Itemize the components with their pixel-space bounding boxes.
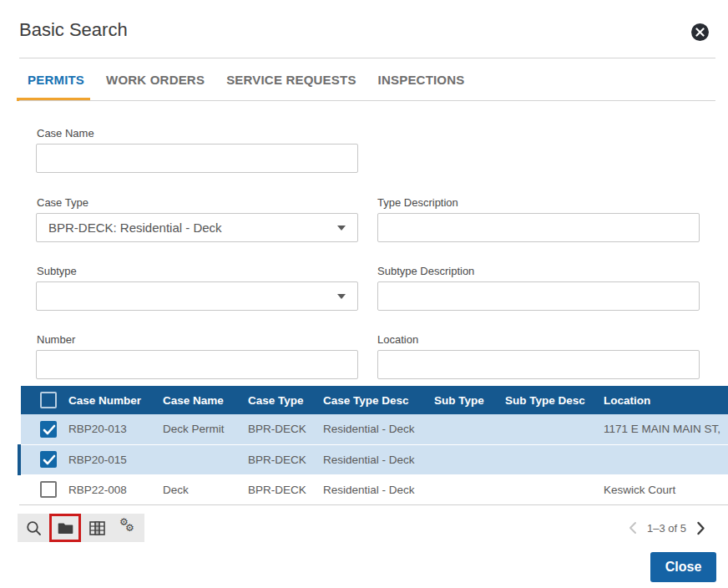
cell-case-name [157, 444, 242, 474]
cell-case-type-desc: Residential - Deck [317, 414, 428, 444]
cell-sub-type [428, 474, 499, 504]
cell-case-type-desc: Residential - Deck [317, 474, 428, 504]
grid-icon [89, 521, 105, 535]
x-glyph [695, 28, 705, 37]
case-type-value: BPR-DECK: Residential - Deck [48, 220, 222, 235]
chevron-left-icon [629, 521, 637, 535]
grid-view-button[interactable] [81, 514, 113, 542]
folder-icon [58, 521, 73, 535]
folder-button[interactable] [49, 514, 81, 542]
chevron-down-icon [337, 294, 346, 299]
row-checkbox[interactable] [40, 481, 57, 498]
column-header-case-type-desc: Case Type Desc [317, 386, 428, 414]
table-bottom-divider [19, 504, 728, 505]
cell-sub-type [428, 414, 499, 444]
subtype-description-label: Subtype Description [377, 265, 474, 277]
row-checkbox[interactable] [40, 451, 57, 468]
cell-case-name: Deck [157, 474, 242, 504]
tab-bar: PERMITS WORK ORDERS SERVICE REQUESTS INS… [28, 73, 464, 87]
number-input[interactable] [36, 350, 358, 379]
table-header-row: Case Number Case Name Case Type Case Typ… [21, 386, 728, 414]
case-type-select[interactable]: BPR-DECK: Residential - Deck [36, 213, 358, 242]
cell-case-type-desc: Residential - Deck [317, 444, 428, 474]
cell-sub-type-desc [499, 414, 598, 444]
column-header-case-name: Case Name [157, 386, 242, 414]
column-header-location: Location [598, 386, 728, 414]
search-button[interactable] [18, 514, 49, 542]
column-header-case-type: Case Type [242, 386, 317, 414]
tabs-divider [19, 100, 715, 101]
location-input[interactable] [377, 350, 700, 379]
focused-row-indicator [18, 444, 21, 475]
tab-work-orders[interactable]: WORK ORDERS [106, 73, 205, 87]
cell-case-type: BPR-DECK [242, 414, 317, 444]
type-description-input[interactable] [377, 213, 700, 242]
search-icon [26, 520, 42, 536]
case-type-label: Case Type [37, 196, 88, 209]
select-all-checkbox[interactable] [40, 392, 57, 408]
type-description-label: Type Description [377, 196, 458, 209]
cell-case-type: BPR-DECK [242, 444, 317, 474]
column-header-sub-type: Sub Type [428, 386, 499, 414]
pagination: 1–3 of 5 [629, 519, 705, 537]
actions-button[interactable]: ⚙ ⚙ [113, 514, 144, 542]
close-button[interactable]: Close [650, 552, 716, 582]
table-row[interactable]: RBP20-015 BPR-DECK Residential - Deck [21, 444, 728, 474]
row-checkbox[interactable] [40, 421, 57, 438]
table-toolbar: ⚙ ⚙ [18, 514, 144, 542]
cell-sub-type-desc [499, 444, 598, 474]
cell-case-number: RBP20-015 [63, 444, 157, 474]
subtype-label: Subtype [37, 265, 77, 277]
subtype-description-input[interactable] [377, 281, 700, 311]
cell-location: Keswick Court [598, 474, 728, 504]
cell-case-name: Deck Permit [157, 414, 242, 444]
page-range-label: 1–3 of 5 [647, 522, 686, 535]
cell-location: 1171 E MAIN MAIN ST, [598, 414, 728, 444]
location-label: Location [377, 333, 418, 346]
gears-icon: ⚙ ⚙ [119, 519, 138, 537]
tab-service-requests[interactable]: SERVICE REQUESTS [226, 73, 356, 87]
previous-page-button[interactable] [629, 521, 637, 535]
subtype-select[interactable] [36, 281, 358, 311]
results-table: Case Number Case Name Case Type Case Typ… [21, 386, 728, 504]
cell-case-type: BPR-DECK [242, 474, 317, 504]
cell-sub-type [428, 444, 499, 474]
chevron-right-icon [696, 521, 705, 535]
case-name-label: Case Name [37, 127, 94, 139]
cell-case-number: RBP20-013 [63, 414, 157, 444]
column-header-case-number: Case Number [63, 386, 157, 414]
tab-inspections[interactable]: INSPECTIONS [378, 73, 465, 87]
tab-permits[interactable]: PERMITS [28, 73, 84, 87]
table-row[interactable]: RBP22-008 Deck BPR-DECK Residential - De… [21, 474, 728, 504]
close-icon[interactable] [691, 23, 709, 41]
next-page-button[interactable] [696, 521, 705, 535]
number-label: Number [37, 333, 75, 346]
cell-location [598, 444, 728, 474]
case-name-input[interactable] [36, 144, 358, 173]
table-row[interactable]: RBP20-013 Deck Permit BPR-DECK Residenti… [21, 414, 728, 444]
cell-sub-type-desc [499, 474, 598, 504]
cell-case-number: RBP22-008 [63, 474, 157, 504]
column-header-sub-type-desc: Sub Type Desc [499, 386, 598, 414]
chevron-down-icon [337, 226, 346, 231]
header-divider [19, 58, 715, 58]
dialog-title: Basic Search [19, 19, 128, 41]
